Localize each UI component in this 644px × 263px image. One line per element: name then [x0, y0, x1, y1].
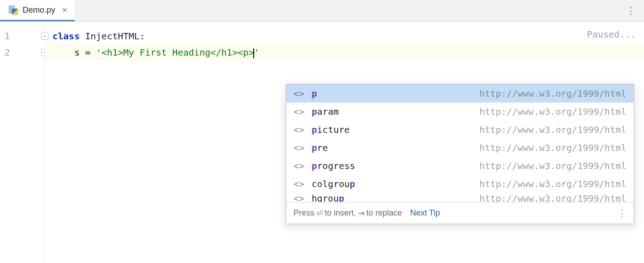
- line-number: 1 −: [0, 28, 45, 44]
- completion-item[interactable]: <> progress http://www.w3.org/1999/html: [286, 157, 634, 175]
- completion-item[interactable]: <> picture http://www.w3.org/1999/html: [286, 121, 634, 139]
- debugger-status: Paused...: [587, 29, 636, 40]
- hint-text: to insert,: [325, 208, 356, 218]
- completion-namespace: http://www.w3.org/1999/html: [479, 124, 626, 135]
- code-line: class InjectHTML:: [45, 28, 644, 44]
- tab-key-icon: ⇥: [358, 208, 365, 218]
- hint-text: to replace: [366, 208, 402, 218]
- hint-text: Press: [294, 208, 314, 218]
- next-tip-link[interactable]: Next Tip: [410, 208, 440, 218]
- completion-item[interactable]: <> param http://www.w3.org/1999/html: [286, 103, 634, 121]
- tab-bar-overflow-menu[interactable]: ⋮: [618, 0, 644, 21]
- tag-icon: <>: [294, 142, 306, 153]
- tag-icon: <>: [294, 193, 306, 202]
- code-line: s = '<h1>My First Heading</h1><p>': [45, 44, 644, 61]
- tab-filename: Demo.py: [23, 5, 55, 15]
- tag-icon: <>: [294, 160, 306, 171]
- close-tab-button[interactable]: ✕: [60, 5, 69, 15]
- completion-namespace: http://www.w3.org/1999/html: [479, 88, 626, 99]
- completion-namespace: http://www.w3.org/1999/html: [479, 178, 626, 189]
- tag-icon: <>: [294, 106, 306, 117]
- python-file-icon: [8, 5, 18, 15]
- completion-item[interactable]: <> hgroup http://www.w3.org/1999/html: [286, 193, 634, 202]
- completion-footer: Press ⏎ to insert, ⇥ to replace Next Tip…: [286, 202, 634, 224]
- tab-bar: Demo.py ✕ ⋮: [0, 0, 644, 22]
- completion-list[interactable]: <> p http://www.w3.org/1999/html <> para…: [286, 85, 634, 202]
- tag-icon: <>: [294, 178, 306, 189]
- completion-namespace: http://www.w3.org/1999/html: [479, 106, 626, 117]
- completion-namespace: http://www.w3.org/1999/html: [479, 142, 626, 153]
- completion-namespace: http://www.w3.org/1999/html: [479, 193, 626, 202]
- editor-tab[interactable]: Demo.py ✕: [0, 0, 75, 21]
- tag-icon: <>: [294, 88, 306, 99]
- completion-namespace: http://www.w3.org/1999/html: [479, 160, 626, 171]
- gutter: 1 − 2 −: [0, 22, 45, 263]
- line-number: 2 −: [0, 44, 45, 61]
- editor-area: 1 − 2 − Paused... class InjectHTML: s = …: [0, 22, 644, 263]
- completion-settings-menu[interactable]: ⋮: [617, 208, 626, 219]
- completion-item[interactable]: <> p http://www.w3.org/1999/html: [286, 85, 634, 103]
- completion-item[interactable]: <> pre http://www.w3.org/1999/html: [286, 139, 634, 157]
- tag-icon: <>: [294, 124, 306, 135]
- completion-item[interactable]: <> colgroup http://www.w3.org/1999/html: [286, 175, 634, 193]
- completion-popup: <> p http://www.w3.org/1999/html <> para…: [286, 84, 634, 224]
- enter-key-icon: ⏎: [316, 208, 323, 218]
